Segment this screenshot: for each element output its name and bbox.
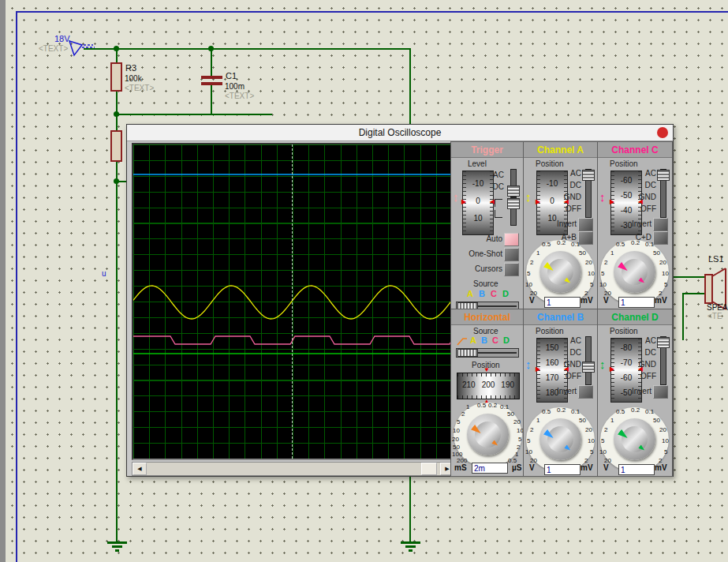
channel-a-invert-button[interactable] — [578, 218, 593, 231]
coupling-gnd-label: GND — [629, 360, 656, 369]
resistor-body[interactable] — [110, 130, 122, 162]
horizontal-source-slider[interactable] — [456, 348, 519, 358]
slider-marker-left: ▶ — [610, 198, 614, 206]
knob-pointer — [637, 276, 646, 285]
horizontal-position-dial[interactable]: 210200190 — [457, 373, 520, 399]
trace-channel-c — [133, 336, 452, 344]
wire-speaker-bottom[interactable] — [683, 293, 705, 294]
invert-label: Invert — [632, 387, 651, 395]
channel-d-coupling-switch[interactable] — [660, 336, 666, 385]
capacitor-c1-plate[interactable] — [201, 82, 222, 85]
wire-mid[interactable] — [116, 114, 272, 115]
trace-channel-a — [133, 286, 452, 319]
channel-b-invert-button[interactable] — [578, 385, 593, 399]
channel-c-coupling-switch[interactable] — [660, 169, 666, 218]
capacitor-c1-value: 100m — [225, 82, 245, 91]
knob-pointer — [470, 423, 484, 436]
position-label: Position — [610, 327, 638, 335]
time-cursor[interactable] — [292, 144, 293, 459]
net-label: u — [102, 269, 106, 278]
knob-unit-microseconds: µS — [512, 463, 521, 472]
trigger-coupling-switch[interactable] — [510, 169, 517, 197]
record-close-button[interactable] — [657, 127, 668, 138]
trigger-level-slider[interactable]: -10 0 10 ▶ ◀ — [462, 170, 494, 235]
knob-scale-value: 0.2 — [631, 407, 640, 414]
sheet-border-left — [16, 11, 17, 562]
knob-scale-value: 5 — [601, 437, 604, 444]
channel-b-position-arrows[interactable]: ↕ — [525, 358, 532, 370]
scrollbar-thumb[interactable] — [421, 463, 437, 475]
wire-ground-right[interactable] — [409, 475, 411, 543]
knob-scale-value: 2 — [604, 426, 607, 433]
knob-scale-value: 50 — [579, 249, 586, 257]
sheet-border-top — [16, 11, 728, 13]
trigger-level-arrows[interactable]: ↕ — [453, 191, 459, 203]
wire-c1-bottom[interactable] — [211, 84, 212, 114]
ground-symbol — [107, 541, 127, 544]
window-titlebar[interactable]: Digital Oscilloscope — [127, 125, 673, 141]
capacitor-c1-plate[interactable] — [201, 76, 222, 79]
channel-d-invert-button[interactable] — [653, 385, 668, 399]
switch-handle[interactable] — [657, 337, 670, 348]
knob-scale-value: 0.1 — [571, 408, 580, 415]
source-label: Source — [473, 279, 498, 288]
trigger-auto-button[interactable] — [504, 233, 519, 246]
timebase-input[interactable] — [472, 463, 508, 474]
channel-d-gain-input[interactable] — [618, 464, 655, 475]
switch-handle[interactable] — [582, 170, 595, 181]
panel-title: Trigger — [471, 144, 503, 155]
power-terminal-icon[interactable] — [66, 39, 99, 60]
knob-scale-value: 20 — [513, 418, 521, 425]
source-channel-b: B — [481, 335, 487, 345]
channel-c-invert-button[interactable] — [653, 218, 668, 231]
wire-right-drop[interactable] — [409, 48, 411, 124]
ground-symbol — [115, 549, 119, 552]
knob-unit-millivolts: mV — [581, 296, 593, 305]
panel-channel-c-header: Channel C — [598, 142, 672, 158]
coupling-dc-label: DC — [554, 348, 581, 357]
scope-display — [132, 143, 454, 460]
wire-top[interactable] — [84, 48, 410, 50]
channel-d-gain-knob[interactable] — [614, 418, 655, 460]
channel-c-gain-knob[interactable] — [614, 251, 655, 293]
dial-value: 200 — [482, 380, 495, 389]
switch-handle[interactable] — [507, 198, 520, 209]
knob-scale-value: 0.1 — [645, 408, 654, 415]
channel-b-coupling-switch[interactable] — [585, 336, 592, 385]
slider-thumb[interactable] — [457, 349, 478, 357]
knob-unit-volts: V — [529, 463, 535, 472]
channel-a-coupling-switch[interactable] — [585, 169, 592, 218]
knob-scale-value: 0.5 — [542, 241, 551, 248]
coupling-off-label: OFF — [554, 372, 581, 380]
wire-r3-bottom[interactable] — [116, 89, 118, 131]
level-label: Level — [468, 159, 487, 168]
switch-handle[interactable] — [507, 185, 520, 197]
channel-a-position-arrows[interactable]: ↕ — [525, 191, 532, 203]
channel-a-gain-knob[interactable] — [539, 251, 581, 293]
wire-speaker-top[interactable] — [672, 276, 705, 278]
knob-unit-millivolts: mV — [655, 296, 667, 305]
scroll-left-icon[interactable]: ◀ — [133, 463, 147, 475]
coupling-off-label: OFF — [629, 372, 656, 380]
trigger-cursors-button[interactable] — [504, 263, 519, 276]
knob-scale-value: 50 — [507, 410, 514, 418]
wire-c1-top[interactable] — [211, 48, 212, 77]
wire-left-drop[interactable] — [116, 158, 118, 541]
switch-handle[interactable] — [582, 362, 595, 373]
channel-c-position-arrows[interactable]: ↕ — [599, 191, 606, 203]
channel-d-position-arrows[interactable]: ↕ — [599, 358, 606, 370]
wire-speaker-drop[interactable] — [682, 293, 684, 340]
trigger-edge-switch[interactable] — [510, 197, 517, 226]
knob-unit-volts: V — [603, 296, 609, 305]
channel-b-gain-input[interactable] — [544, 464, 581, 475]
knob-pointer — [617, 260, 631, 274]
trigger-oneshot-button[interactable] — [504, 248, 519, 261]
channel-b-gain-knob[interactable] — [539, 418, 581, 460]
resistor-r3-body[interactable] — [110, 62, 122, 92]
switch-handle[interactable] — [657, 170, 670, 181]
knob-scale-value: 10 — [599, 281, 607, 288]
channel-a-gain-input[interactable] — [544, 297, 581, 308]
timebase-knob[interactable] — [467, 414, 509, 455]
display-scrollbar[interactable]: ◀ ▶ — [132, 462, 455, 476]
channel-c-gain-input[interactable] — [618, 297, 655, 308]
